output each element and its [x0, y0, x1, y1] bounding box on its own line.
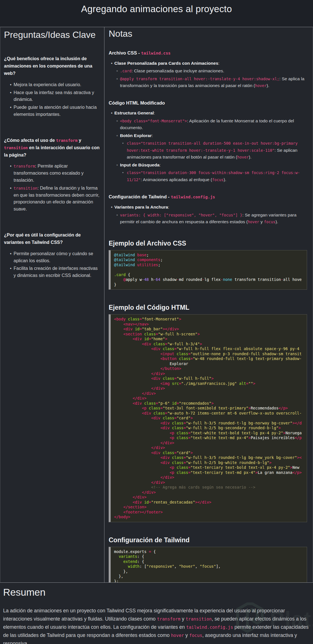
question-title: ¿Qué beneficios ofrece la inclusión de a… [4, 55, 101, 77]
text-run: y [78, 138, 81, 143]
text-run: ). [224, 177, 226, 182]
list-item: class="transition transition-all duratio… [109, 140, 309, 161]
example-heading: Ejemplo del Archivo CSS [109, 240, 309, 247]
text-run: Clase Personalizada para Cards con Anima… [114, 61, 218, 66]
inline-code: focus [189, 633, 202, 638]
inline-code: tailwind.config.js [171, 195, 215, 199]
summary-section: Resumen La adición de animaciones en un … [0, 583, 313, 644]
summary-heading: Resumen [3, 587, 310, 598]
bullet-list: Variantes para la Anchura:variants: { wi… [109, 204, 309, 225]
list-item: Hace que la interfaz sea más atractiva y… [4, 89, 101, 103]
list-item: transition: Define la duración y la form… [4, 185, 101, 213]
code-block-config: module.exports = { variants: { extend: {… [109, 547, 307, 582]
list-item: Puede guiar la atención del usuario haci… [4, 104, 101, 118]
inline-code: hover [255, 83, 267, 88]
text-run: ). [267, 83, 269, 88]
example-heading: Configuración de Tailwind [109, 536, 309, 544]
inline-code: tailwind.config.js [186, 625, 233, 630]
page-title: Agregando animaciones al proyecto [0, 4, 313, 14]
text-run: Facilita la creación de interfaces react… [14, 266, 98, 278]
text-run: ). [249, 155, 251, 159]
list-item: Botón Explorar: [109, 132, 309, 139]
page-header: Agregando animaciones al proyecto [0, 0, 313, 27]
inline-code: hover [171, 633, 184, 638]
list-item: transform: Permite aplicar transformacio… [4, 163, 101, 184]
text-run: ¿Por qué es útil la configuración de var… [4, 233, 81, 245]
example-heading: Ejemplo del Código HTML [109, 304, 309, 311]
text-run: : [154, 110, 155, 115]
answer-list: transform: Permite aplicar transformacio… [4, 163, 101, 213]
list-item: class="transition duration-300 focus-wit… [109, 169, 309, 183]
list-item: variants: { width: ["responsive", "hover… [109, 212, 309, 225]
summary-paragraph: La adición de animaciones en un proyecto… [3, 607, 310, 644]
list-item: Facilita la creación de interfaces react… [4, 265, 101, 279]
text-run: : [168, 205, 169, 209]
inline-code: transition [186, 617, 212, 622]
inline-code: transform [157, 617, 181, 622]
text-run: y [184, 632, 189, 638]
questions-list: ¿Qué beneficios ofrece la inclusión de a… [4, 55, 101, 279]
list-item: Input de Búsqueda: [109, 162, 309, 168]
question-title: ¿Por qué es útil la configuración de var… [4, 231, 101, 246]
question-title: ¿Cómo afecta el uso de transform y trans… [4, 137, 101, 159]
list-item: @apply transform transition-all hover:-t… [109, 75, 309, 89]
question-group: ¿Qué beneficios ofrece la inclusión de a… [4, 55, 101, 118]
text-run: Archivo CSS - [109, 50, 141, 55]
list-item: Estructura General: [109, 110, 309, 116]
text-run: y [259, 219, 264, 224]
inline-code: .card [120, 69, 132, 73]
inline-code: focus [212, 177, 224, 182]
notes-table: Preguntas/Ideas Clave ¿Qué beneficios of… [0, 27, 313, 583]
inline-code: transform [14, 164, 35, 168]
inline-code: transition [4, 146, 28, 150]
question-group: ¿Cómo afecta el uso de transform y trans… [4, 137, 101, 213]
text-run: Input de Búsqueda [120, 162, 160, 167]
question-group: ¿Por qué es útil la configuración de var… [4, 231, 101, 279]
inline-code: class="transition transition-all duratio… [127, 141, 298, 152]
text-run: : [218, 61, 219, 66]
bullet-list: Clase Personalizada para Cards con Anima… [109, 60, 309, 89]
text-run: : Clase personalizada que incluye animac… [132, 68, 224, 73]
text-run: Configuración de Tailwind - [109, 194, 171, 199]
code-block-html: <body class="font-Monserrat"> <nav></nav… [109, 314, 307, 522]
answer-list: Mejora la experiencia del usuario.Hace q… [4, 81, 101, 118]
list-item: Variantes para la Anchura: [109, 204, 309, 211]
text-run: Mejora la experiencia del usuario. [14, 82, 81, 87]
text-run: ). [275, 219, 278, 224]
inline-code: focus [264, 220, 276, 224]
text-run: Botón Explorar [120, 133, 152, 138]
inline-code: @apply transform transition-all hover:-t… [120, 77, 279, 81]
inline-code: variants: { width: ["responsive", "hover… [120, 213, 242, 217]
list-item: <body class="font-Monserrat">: Aplicació… [109, 118, 309, 131]
notes-heading: Notas [109, 28, 309, 39]
text-run: : [152, 133, 153, 138]
text-run: Permite personalizar cómo y cuándo se ap… [14, 251, 93, 263]
note-subheading: Código HTML Modificado [109, 99, 309, 107]
note-subheading: Archivo CSS - tailwind.css [109, 49, 309, 57]
questions-heading: Preguntas/Ideas Clave [4, 29, 101, 40]
text-run: ¿Cómo afecta el uso de [4, 138, 56, 143]
notes-column: Notas Archivo CSS - tailwind.cssClase Pe… [104, 27, 313, 582]
inline-code: tailwind.css [141, 51, 171, 55]
notes-content: Archivo CSS - tailwind.cssClase Personal… [109, 49, 309, 582]
questions-column: Preguntas/Ideas Clave ¿Qué beneficios of… [0, 27, 104, 582]
text-run: : Animaciones aplicadas al enfoque ( [141, 177, 212, 182]
text-run: Estructura General [114, 110, 154, 115]
inline-code: <body class="font-Monserrat"> [120, 119, 187, 123]
list-item: Permite personalizar cómo y cuándo se ap… [4, 250, 101, 264]
text-run: ¿Qué beneficios ofrece la inclusión de a… [4, 56, 92, 76]
list-item: Mejora la experiencia del usuario. [4, 81, 101, 88]
list-item: Clase Personalizada para Cards con Anima… [109, 60, 309, 67]
text-run: Código HTML Modificado [109, 100, 165, 105]
code-block-css: @tailwind base; @tailwind components; @t… [109, 250, 307, 290]
text-run: y [181, 616, 186, 622]
note-subheading: Configuración de Tailwind - tailwind.con… [109, 193, 309, 200]
bullet-list: Estructura General:<body class="font-Mon… [109, 110, 309, 183]
inline-code: transform [56, 138, 78, 143]
cornell-notes-page: Agregando animaciones al proyecto Pregun… [0, 0, 313, 644]
inline-code: transition [14, 186, 37, 190]
inline-code: hover [237, 155, 249, 159]
text-run: Variantes para la Anchura [114, 205, 168, 209]
text-run: Hace que la interfaz sea más atractiva y… [14, 90, 94, 102]
text-run: : [160, 162, 161, 167]
